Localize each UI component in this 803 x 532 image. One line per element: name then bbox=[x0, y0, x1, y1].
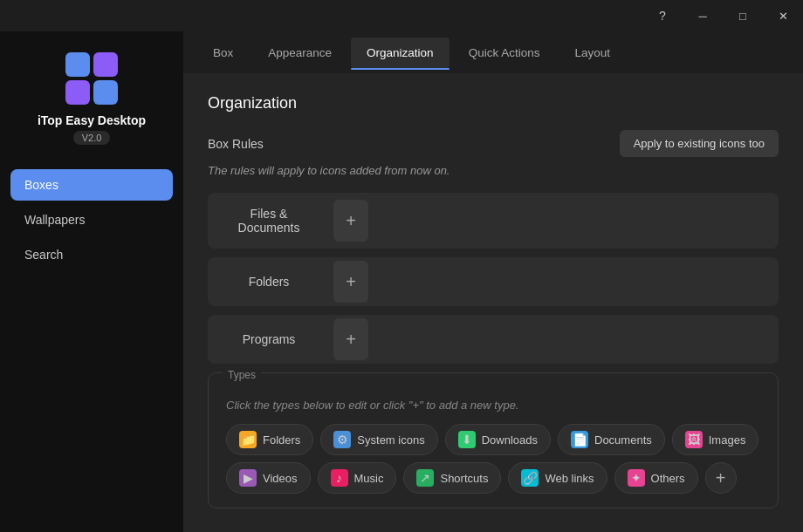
sidebar: iTop Easy Desktop V2.0 Boxes Wallpapers … bbox=[0, 31, 183, 532]
type-chip-videos[interactable]: ▶ Videos bbox=[226, 462, 311, 494]
type-chip-documents[interactable]: 📄 Documents bbox=[558, 424, 665, 455]
maximize-button[interactable]: □ bbox=[723, 0, 763, 31]
documents-icon: 📄 bbox=[571, 431, 588, 448]
main-layout: iTop Easy Desktop V2.0 Boxes Wallpapers … bbox=[0, 31, 803, 532]
sidebar-nav: Boxes Wallpapers Search bbox=[0, 169, 183, 270]
types-grid: 📁 Folders ⚙ System icons ⬇ Downloads 📄 D… bbox=[226, 424, 760, 494]
folders-icon: 📁 bbox=[239, 431, 257, 448]
type-chip-downloads[interactable]: ⬇ Downloads bbox=[445, 424, 551, 455]
system-icons-icon: ⚙ bbox=[333, 431, 351, 448]
box-rules-label: Box Rules bbox=[208, 137, 264, 151]
rules-description: The rules will apply to icons added from… bbox=[208, 164, 779, 177]
rule-add-programs-button[interactable]: + bbox=[333, 318, 368, 360]
help-icon: ? bbox=[642, 0, 683, 31]
content-area: Box Appearance Organization Quick Action… bbox=[183, 31, 803, 532]
close-button[interactable]: ✕ bbox=[763, 0, 803, 31]
titlebar: ? ─ □ ✕ bbox=[0, 0, 803, 31]
shortcuts-icon: ↗ bbox=[416, 469, 434, 487]
rule-label-files-docs: Files & Documents bbox=[208, 193, 330, 249]
page-title: Organization bbox=[208, 94, 779, 113]
images-icon: 🖼 bbox=[685, 431, 703, 448]
types-section: Types Click the types below to edit or c… bbox=[208, 372, 779, 508]
app-name: iTop Easy Desktop bbox=[38, 113, 146, 127]
minimize-button[interactable]: ─ bbox=[683, 0, 723, 31]
sidebar-item-wallpapers[interactable]: Wallpapers bbox=[10, 204, 173, 235]
sidebar-item-boxes[interactable]: Boxes bbox=[10, 169, 173, 201]
weblinks-icon: 🔗 bbox=[521, 469, 539, 487]
tab-appearance[interactable]: Appearance bbox=[252, 38, 347, 68]
videos-icon: ▶ bbox=[239, 469, 257, 487]
rule-label-programs: Programs bbox=[208, 318, 330, 360]
rule-programs: Programs + bbox=[208, 315, 779, 364]
tab-bar: Box Appearance Organization Quick Action… bbox=[183, 31, 803, 73]
logo-quad-tr bbox=[93, 52, 118, 77]
sidebar-item-search[interactable]: Search bbox=[10, 239, 173, 270]
logo-quad-tl bbox=[65, 52, 90, 77]
type-chip-images[interactable]: 🖼 Images bbox=[672, 424, 759, 455]
type-chip-shortcuts[interactable]: ↗ Shortcuts bbox=[403, 462, 501, 494]
tab-layout[interactable]: Layout bbox=[559, 38, 626, 68]
rule-add-folders-button[interactable]: + bbox=[333, 261, 368, 303]
app-logo bbox=[65, 52, 118, 105]
type-chip-web-links[interactable]: 🔗 Web links bbox=[508, 462, 607, 494]
rule-label-folders: Folders bbox=[208, 261, 330, 303]
others-icon: ✦ bbox=[628, 469, 645, 487]
tab-box[interactable]: Box bbox=[197, 38, 249, 68]
type-chip-others[interactable]: ✦ Others bbox=[614, 462, 698, 494]
rule-folders: Folders + bbox=[208, 257, 779, 306]
tab-organization[interactable]: Organization bbox=[351, 38, 450, 68]
rule-add-files-docs-button[interactable]: + bbox=[333, 200, 368, 242]
type-chip-music[interactable]: ♪ Music bbox=[318, 462, 397, 494]
downloads-icon: ⬇ bbox=[458, 431, 476, 448]
music-icon: ♪ bbox=[331, 469, 348, 487]
app-version: V2.0 bbox=[73, 131, 111, 145]
tab-quick-actions[interactable]: Quick Actions bbox=[453, 38, 556, 68]
logo-quad-bl bbox=[65, 80, 90, 105]
types-title: Types bbox=[223, 369, 261, 381]
apply-to-existing-button[interactable]: Apply to existing icons too bbox=[620, 130, 779, 157]
type-chip-system-icons[interactable]: ⚙ System icons bbox=[320, 424, 437, 455]
rule-files-docs: Files & Documents + bbox=[208, 193, 779, 249]
page-content: Organization Box Rules Apply to existing… bbox=[183, 73, 803, 532]
type-chip-folders[interactable]: 📁 Folders bbox=[226, 424, 313, 455]
logo-quad-br bbox=[93, 80, 118, 105]
box-rules-header: Box Rules Apply to existing icons too bbox=[208, 130, 779, 157]
types-description: Click the types below to edit or click "… bbox=[226, 399, 760, 412]
add-type-button[interactable]: + bbox=[705, 462, 737, 494]
